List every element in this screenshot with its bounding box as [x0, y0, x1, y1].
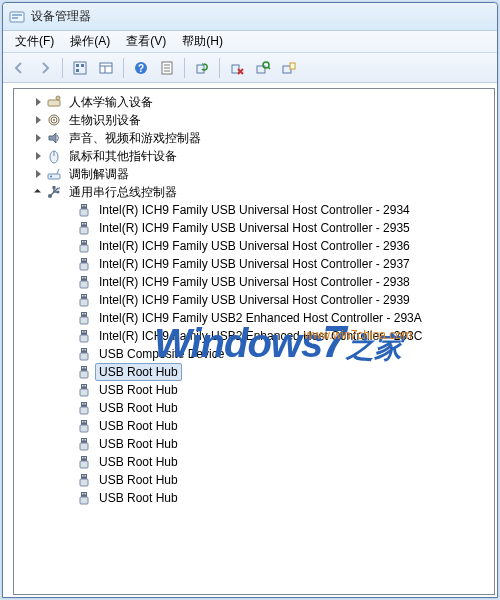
svg-rect-88 [82, 439, 84, 441]
app-icon [9, 9, 25, 25]
tree-node-usb-5[interactable]: Intel(R) ICH9 Family USB Universal Host … [14, 291, 494, 309]
tree-node-usb-0[interactable]: Intel(R) ICH9 Family USB Universal Host … [14, 201, 494, 219]
toolbar-disable-button[interactable] [225, 56, 249, 80]
menu-action[interactable]: 操作(A) [62, 31, 118, 52]
tree-node-label: 通用串行总线控制器 [65, 182, 181, 203]
toolbar-separator [219, 58, 220, 78]
toolbar-update-button[interactable] [277, 56, 301, 80]
tree-node-cat-1[interactable]: 生物识别设备 [14, 111, 494, 129]
tree-node-usb-1[interactable]: Intel(R) ICH9 Family USB Universal Host … [14, 219, 494, 237]
svg-rect-55 [81, 294, 87, 299]
tree-node-usb-15[interactable]: USB Root Hub [14, 471, 494, 489]
tree-node-label: USB Composite Device [95, 345, 228, 363]
tree-node-label: Intel(R) ICH9 Family USB Universal Host … [95, 291, 414, 309]
svg-rect-53 [85, 277, 87, 279]
expand-icon[interactable] [32, 168, 44, 180]
toolbar-back-button[interactable] [7, 56, 31, 80]
svg-rect-56 [82, 295, 84, 297]
svg-rect-87 [81, 438, 87, 443]
usb-icon [76, 472, 92, 488]
tree-node-usb-7[interactable]: Intel(R) ICH9 Family USB2 Enhanced Host … [14, 327, 494, 345]
expander-blank [62, 366, 74, 378]
svg-rect-74 [80, 371, 88, 378]
tree-node-usb-3[interactable]: Intel(R) ICH9 Family USB Universal Host … [14, 255, 494, 273]
tree-node-cat-4[interactable]: 调制解调器 [14, 165, 494, 183]
svg-point-24 [56, 96, 60, 100]
svg-rect-63 [81, 330, 87, 335]
svg-rect-58 [80, 299, 88, 306]
expander-blank [62, 348, 74, 360]
toolbar-help-button[interactable]: ? [129, 56, 153, 80]
usb-icon [76, 346, 92, 362]
tree-node-usb-11[interactable]: USB Root Hub [14, 399, 494, 417]
svg-rect-44 [82, 241, 84, 243]
usb-icon [76, 292, 92, 308]
menu-help[interactable]: 帮助(H) [174, 31, 231, 52]
tree-node-label: Intel(R) ICH9 Family USB Universal Host … [95, 255, 414, 273]
toolbar-forward-button[interactable] [33, 56, 57, 80]
tree-node-usb-2[interactable]: Intel(R) ICH9 Family USB Universal Host … [14, 237, 494, 255]
svg-rect-84 [82, 421, 84, 423]
tree-node-usb-14[interactable]: USB Root Hub [14, 453, 494, 471]
expand-icon[interactable] [32, 132, 44, 144]
toolbar-properties-button[interactable] [155, 56, 179, 80]
tree-node-cat-0[interactable]: 人体学输入设备 [14, 93, 494, 111]
tree-node-usb-9[interactable]: USB Root Hub [14, 363, 494, 381]
toolbar-scan-button[interactable] [251, 56, 275, 80]
svg-rect-47 [81, 258, 87, 263]
usb-icon [76, 274, 92, 290]
tree-node-usb-13[interactable]: USB Root Hub [14, 435, 494, 453]
expand-icon[interactable] [32, 96, 44, 108]
menu-view[interactable]: 查看(V) [118, 31, 174, 52]
tree-node-usb-4[interactable]: Intel(R) ICH9 Family USB Universal Host … [14, 273, 494, 291]
svg-rect-7 [100, 63, 112, 73]
svg-rect-22 [290, 63, 295, 69]
svg-rect-97 [85, 475, 87, 477]
svg-rect-86 [80, 425, 88, 432]
menu-file[interactable]: 文件(F) [7, 31, 62, 52]
usb-icon [76, 400, 92, 416]
content-area: 人体学输入设备生物识别设备声音、视频和游戏控制器鼠标和其他指针设备调制解调器通用… [3, 83, 497, 597]
tree-node-usb-6[interactable]: Intel(R) ICH9 Family USB2 Enhanced Host … [14, 309, 494, 327]
toolbar-view-button[interactable] [68, 56, 92, 80]
svg-rect-77 [85, 385, 87, 387]
svg-rect-68 [82, 349, 84, 351]
svg-rect-91 [81, 456, 87, 461]
expander-blank [62, 276, 74, 288]
mouse-icon [46, 148, 62, 164]
usb-icon [76, 418, 92, 434]
hid-icon [46, 94, 62, 110]
expander-blank [62, 402, 74, 414]
svg-rect-36 [82, 205, 84, 207]
usb-icon [76, 436, 92, 452]
tree-node-usb-16[interactable]: USB Root Hub [14, 489, 494, 507]
svg-rect-101 [85, 493, 87, 495]
svg-rect-73 [85, 367, 87, 369]
svg-rect-89 [85, 439, 87, 441]
tree-node-label: USB Root Hub [95, 417, 182, 435]
svg-rect-17 [232, 65, 239, 73]
collapse-icon[interactable] [32, 186, 44, 198]
toolbar-separator [123, 58, 124, 78]
svg-rect-30 [48, 174, 60, 179]
usb-icon [76, 202, 92, 218]
svg-rect-78 [80, 389, 88, 396]
svg-rect-66 [80, 335, 88, 342]
tree-node-usb-category[interactable]: 通用串行总线控制器 [14, 183, 494, 201]
toolbar-refresh-button[interactable] [190, 56, 214, 80]
tree-node-usb-8[interactable]: USB Composite Device [14, 345, 494, 363]
tree-node-usb-12[interactable]: USB Root Hub [14, 417, 494, 435]
svg-rect-92 [82, 457, 84, 459]
tree-node-usb-10[interactable]: USB Root Hub [14, 381, 494, 399]
svg-rect-62 [80, 317, 88, 324]
titlebar[interactable]: 设备管理器 [3, 3, 497, 31]
expand-icon[interactable] [32, 150, 44, 162]
expand-icon[interactable] [32, 114, 44, 126]
tree-node-cat-2[interactable]: 声音、视频和游戏控制器 [14, 129, 494, 147]
tree-node-cat-3[interactable]: 鼠标和其他指针设备 [14, 147, 494, 165]
svg-rect-72 [82, 367, 84, 369]
expander-blank [62, 222, 74, 234]
device-tree[interactable]: 人体学输入设备生物识别设备声音、视频和游戏控制器鼠标和其他指针设备调制解调器通用… [13, 88, 495, 595]
expander-blank [62, 204, 74, 216]
toolbar-props-button[interactable] [94, 56, 118, 80]
